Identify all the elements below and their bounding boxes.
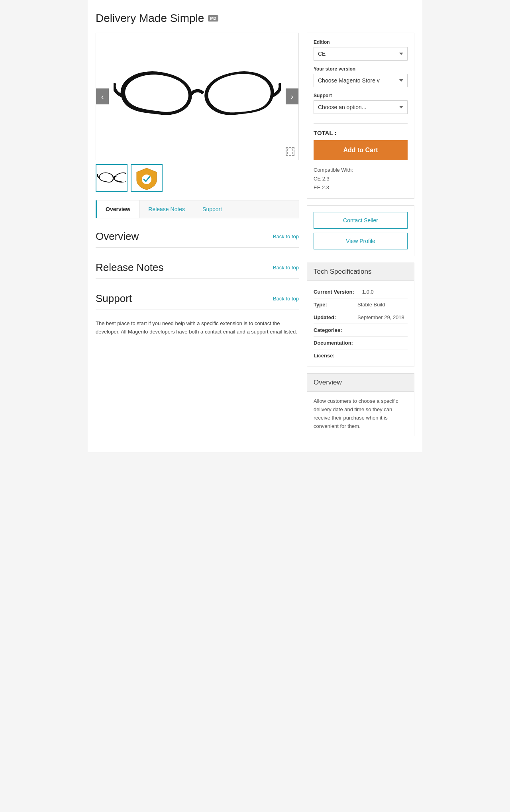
right-column: Edition CE EE Your store version Choose … (307, 33, 414, 436)
support-label: Support (314, 93, 408, 98)
expand-icon[interactable] (286, 147, 294, 156)
edition-label: Edition (314, 39, 408, 45)
tab-release-notes[interactable]: Release Notes (139, 200, 194, 218)
support-select[interactable]: Choose an option... (314, 100, 408, 114)
thumbnails (96, 164, 299, 192)
left-column: ‹ › (96, 33, 299, 336)
release-notes-back-to-top[interactable]: Back to top (273, 265, 299, 271)
support-text: The best place to start if you need help… (96, 320, 299, 336)
page-title: Delivery Made Simple (96, 12, 204, 25)
support-section-header: Support Back to top (96, 288, 299, 305)
purchase-box: Edition CE EE Your store version Choose … (307, 33, 414, 199)
product-image (114, 57, 281, 136)
spec-documentation: Documentation: (314, 337, 408, 349)
spec-version-key: Current Version: (314, 289, 354, 295)
add-to-cart-button[interactable]: Add to Cart (314, 140, 408, 160)
tech-specs-box: Tech Specifications Current Version: 1.0… (307, 263, 414, 367)
spec-license: License: (314, 349, 408, 362)
product-image-container: ‹ › (96, 33, 299, 160)
spec-updated: Updated: September 29, 2018 (314, 311, 408, 324)
spec-version: Current Version: 1.0.0 (314, 286, 408, 298)
total-label: TOTAL : (314, 129, 408, 136)
spec-type-key: Type: (314, 302, 349, 308)
overview-box-title: Overview (307, 374, 414, 392)
page-wrapper: Delivery Made Simple M2 ‹ (88, 0, 422, 452)
spec-version-val: 1.0.0 (362, 289, 374, 295)
next-image-button[interactable]: › (286, 88, 298, 104)
spec-documentation-key: Documentation: (314, 340, 353, 346)
store-version-select[interactable]: Choose Magento Store v (314, 74, 408, 87)
spec-updated-key: Updated: (314, 314, 349, 320)
purchase-divider (314, 124, 408, 124)
tab-support[interactable]: Support (194, 200, 231, 218)
compatible-with: Compatible With: CE 2.3 EE 2.3 (314, 166, 408, 192)
overview-divider (96, 247, 299, 248)
m2-badge: M2 (208, 15, 218, 22)
view-profile-button[interactable]: View Profile (314, 233, 408, 249)
overview-section-title: Overview (96, 230, 139, 243)
spec-updated-val: September 29, 2018 (357, 314, 404, 320)
tech-specs-title: Tech Specifications (307, 263, 414, 281)
contact-seller-button[interactable]: Contact Seller (314, 212, 408, 229)
compatible-label: Compatible With: (314, 167, 353, 173)
support-divider (96, 310, 299, 310)
tab-overview[interactable]: Overview (96, 200, 139, 218)
release-notes-divider (96, 279, 299, 279)
page-title-row: Delivery Made Simple M2 (96, 12, 414, 25)
spec-type-val: Stable Build (357, 302, 385, 308)
compatible-ee: EE 2.3 (314, 184, 329, 190)
spec-categories-key: Categories: (314, 327, 349, 333)
release-notes-section-header: Release Notes Back to top (96, 257, 299, 274)
prev-image-button[interactable]: ‹ (96, 88, 109, 104)
release-notes-section-title: Release Notes (96, 261, 164, 274)
thumbnail-glasses[interactable] (96, 164, 128, 192)
edition-select[interactable]: CE EE (314, 47, 408, 61)
tech-specs-body: Current Version: 1.0.0 Type: Stable Buil… (307, 281, 414, 367)
overview-box-text: Allow customers to choose a specific del… (307, 392, 414, 436)
overview-back-to-top[interactable]: Back to top (273, 233, 299, 239)
tabs-row: Overview Release Notes Support (96, 200, 299, 218)
compatible-ce: CE 2.3 (314, 176, 330, 182)
seller-box: Contact Seller View Profile (307, 205, 414, 256)
spec-type: Type: Stable Build (314, 298, 408, 311)
thumbnail-shield[interactable] (131, 164, 163, 192)
support-back-to-top[interactable]: Back to top (273, 296, 299, 302)
store-version-label: Your store version (314, 66, 408, 72)
spec-categories: Categories: (314, 324, 408, 337)
overview-section-header: Overview Back to top (96, 226, 299, 243)
spec-license-key: License: (314, 353, 349, 359)
overview-box: Overview Allow customers to choose a spe… (307, 373, 414, 436)
support-section-title: Support (96, 292, 132, 305)
main-layout: ‹ › (96, 33, 414, 436)
